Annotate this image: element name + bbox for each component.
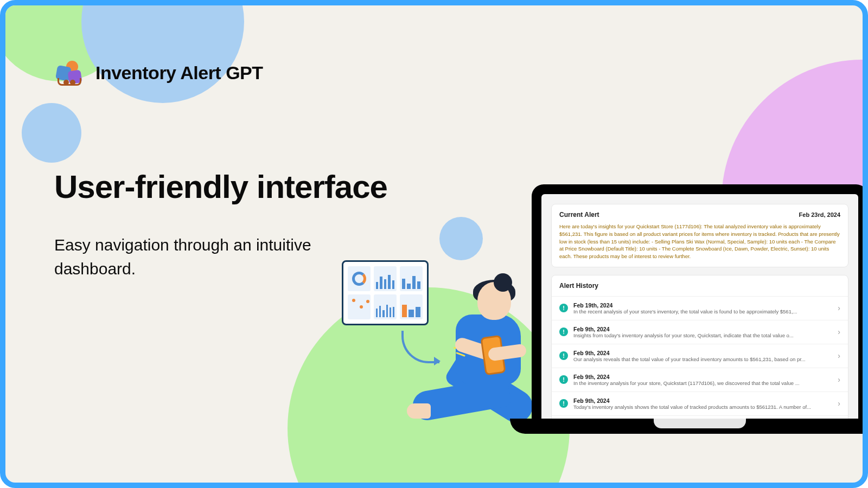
- info-badge-icon: !: [559, 375, 568, 384]
- brand-lockup: Inventory Alert GPT: [54, 57, 263, 88]
- brand-title: Inventory Alert GPT: [95, 62, 263, 84]
- brand-logo-icon: [54, 57, 85, 88]
- laptop-notch: [654, 419, 746, 428]
- person-with-phone-illustration: [407, 282, 548, 488]
- alert-history-row[interactable]: ! Feb 9th, 2024 Our analysis reveals tha…: [552, 344, 848, 368]
- alert-history-row[interactable]: ! Feb 9th, 2024 Insights from today's in…: [552, 320, 848, 344]
- bg-circle-blue-mid: [439, 217, 483, 260]
- alert-history-date: Feb 9th, 2024: [573, 397, 832, 404]
- laptop-mockup: Current Alert Feb 23rd, 2024 Here are to…: [532, 184, 868, 488]
- alert-history-date: Feb 19th, 2024: [573, 302, 832, 309]
- chevron-right-icon: ›: [838, 304, 840, 312]
- alert-history-date: Feb 9th, 2024: [573, 374, 832, 380]
- info-badge-icon: !: [559, 304, 568, 312]
- alert-history-card: Alert History ! Feb 19th, 2024 In the re…: [551, 275, 848, 423]
- alert-history-snippet: Today's inventory analysis shows the tot…: [573, 404, 832, 410]
- alert-history-row[interactable]: ! Feb 19th, 2024 In the recent analysis …: [552, 296, 848, 320]
- current-alert-body: Here are today's insights for your Quick…: [559, 223, 840, 260]
- alert-history-snippet: Our analysis reveals that the total valu…: [573, 356, 832, 362]
- promo-frame: Inventory Alert GPT User-friendly interf…: [0, 0, 868, 488]
- alert-history-snippet: Insights from today's inventory analysis…: [573, 332, 832, 338]
- info-badge-icon: !: [559, 351, 568, 360]
- hero-illustration: [342, 260, 537, 488]
- alert-history-snippet: In the inventory analysis for your store…: [573, 380, 832, 386]
- chevron-right-icon: ›: [838, 328, 840, 336]
- chevron-right-icon: ›: [838, 351, 840, 360]
- current-alert-title: Current Alert: [559, 211, 599, 219]
- dashboard-screen: Current Alert Feb 23rd, 2024 Here are to…: [541, 194, 858, 423]
- alert-history-title: Alert History: [552, 275, 848, 296]
- alert-history-row[interactable]: ! Feb 9th, 2024 In the inventory analysi…: [552, 368, 848, 391]
- alert-history-date: Feb 9th, 2024: [573, 326, 832, 332]
- hero-headline-text: User-friendly interface: [54, 168, 387, 206]
- bg-circle-blue-small: [22, 103, 81, 163]
- hero-subline: Easy navigation through an intuitive das…: [54, 233, 358, 280]
- alert-history-snippet: In the recent analysis of your store's i…: [573, 309, 832, 314]
- hero-headline: User-friendly interface: [54, 168, 387, 206]
- current-alert-date: Feb 23rd, 2024: [799, 211, 840, 218]
- alert-history-row[interactable]: ! Feb 9th, 2024 Today's inventory analys…: [552, 391, 848, 415]
- chevron-right-icon: ›: [838, 375, 840, 384]
- current-alert-card: Current Alert Feb 23rd, 2024 Here are to…: [551, 204, 848, 267]
- alert-history-date: Feb 9th, 2024: [573, 350, 832, 356]
- hero-subline-text: Easy navigation through an intuitive das…: [54, 233, 358, 280]
- info-badge-icon: !: [559, 399, 568, 408]
- chevron-right-icon: ›: [838, 399, 840, 408]
- info-badge-icon: !: [559, 328, 568, 336]
